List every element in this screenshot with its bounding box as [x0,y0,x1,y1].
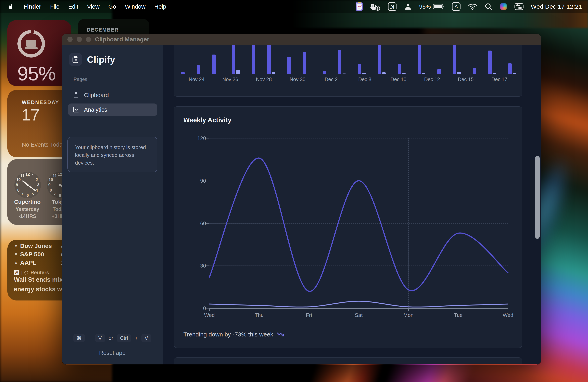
control-center-icon[interactable] [514,3,524,10]
reuters-logo-icon [24,271,28,275]
bar-primary [398,64,401,74]
menu-item-window[interactable]: Window [120,3,150,10]
window-titlebar[interactable]: Clipboard Manager [62,34,541,45]
user-menubar-icon[interactable] [404,2,412,11]
shortcut-text: + [134,335,139,341]
clock-number: 6 [58,193,63,198]
arrow-down-icon: ▼ [14,252,18,257]
bar-primary [473,68,476,74]
menu-item-view[interactable]: View [83,3,104,10]
siri-icon[interactable] [500,3,507,10]
clock-number: 5 [31,192,35,196]
bar-group [287,45,291,74]
bar-group [358,45,366,74]
bar-secondary [272,72,275,74]
menu-bar-status-area: N 95% A [356,2,588,11]
trending-down-icon [277,331,284,338]
weekly-activity-line-chart [210,138,508,308]
window-title: Clipboard Manager [95,34,149,45]
bar-group [323,45,326,74]
desktop: DECEMBER 95% WEDNESDAY 17 No Events Toda… [0,0,588,382]
next-card-partial [174,357,522,364]
close-button[interactable] [67,37,73,42]
laptop-icon [25,40,38,49]
bar-x-axis-label: Dec 12 [424,76,440,82]
bar-primary [181,72,185,74]
bar-primary [453,45,456,74]
keycap-v: V [95,334,105,342]
menu-bar-clock[interactable]: Wed Dec 17 12:21 [531,3,582,10]
bar-secondary [362,73,366,74]
x-axis-tick [508,309,508,311]
clock-number: 11 [20,173,25,178]
bar-secondary [382,72,386,74]
calendar-widget[interactable]: WEDNESDAY 17 No Events Today [7,90,71,157]
bar-group [267,45,275,74]
keycap-v: V [141,334,151,342]
menu-item-file[interactable]: File [46,3,64,10]
y-axis-tick [206,266,209,266]
stock-row-aapl[interactable]: ▲AAPL [14,259,36,266]
bar-primary [212,55,216,74]
clipify-menubar-icon[interactable] [356,2,363,11]
battery-widget[interactable]: 95% [7,20,71,86]
headline-line1: Wall St ends mixed [14,276,70,283]
bar-primary [508,63,512,74]
shortcut-text: or [108,335,114,341]
notion-menubar-icon[interactable]: N [388,2,397,11]
clock-number: 12 [58,172,63,177]
bar-primary [287,57,291,74]
apple-menu-icon[interactable] [8,3,14,10]
shortcut-hint: ⌘+VorCtrl+V [62,334,163,342]
bar-x-axis-label: Dec 15 [458,76,474,82]
separator: | [21,270,22,275]
bar-group [453,45,461,74]
minimize-button[interactable] [77,37,82,42]
calendar-events-text: No Events Today [22,141,66,148]
stocks-news-widget[interactable]: N | Reuters Wall St ends mixed energy st… [7,240,71,301]
world-clock-widget[interactable]: 123456789101112CupertinoYesterday-14HRS1… [7,159,71,225]
svg-text:N: N [390,4,394,10]
input-source-icon[interactable]: A [452,2,461,11]
bar-x-axis-label: Nov 26 [222,76,238,82]
bar-secondary [217,74,220,74]
bar-primary [418,45,421,74]
bar-primary [437,69,441,74]
sidebar-section-label: Pages [74,76,87,82]
calendar-day-number: 17 [21,105,40,124]
bar-primary [488,51,492,74]
menu-item-edit[interactable]: Edit [64,3,83,10]
bar-primary [338,50,341,74]
menu-bar: FinderFileEditViewGoWindowHelp N 95% [0,0,588,13]
scrollbar-thumb[interactable] [535,156,540,239]
menu-item-finder[interactable]: Finder [19,3,46,10]
sidebar-item-analytics[interactable]: Analytics [68,103,157,116]
x-axis-tick [408,309,409,311]
zoom-button[interactable] [86,37,91,42]
shortcut-text: + [88,335,92,341]
clock-city-label: Cupertino [11,199,43,205]
spotlight-search-icon[interactable] [484,3,492,11]
clock-number: 3 [36,183,41,187]
wifi-icon[interactable] [468,3,477,10]
reset-app-button[interactable]: Reset app [62,350,163,356]
stock-row-dow-jones[interactable]: ▼Dow Jones [14,243,52,249]
menu-item-help[interactable]: Help [150,3,171,10]
bar-secondary [402,73,406,74]
bar-x-axis-label: Dec 8 [358,76,371,82]
clock-number: 2 [34,177,39,182]
bar-group [303,45,311,74]
y-axis-label: 60 [186,220,206,227]
stock-row-s-p-500[interactable]: ▼S&P 500 [14,251,44,258]
y-axis-tick [206,181,209,181]
stock-symbol: S&P 500 [20,251,44,258]
clipboard-manager-window: Clipboard Manager Clipify Pages Clipboar… [62,34,541,365]
bar-primary [358,64,361,74]
battery-status[interactable]: 95% [419,3,444,10]
sidebar-item-clipboard[interactable]: Clipboard [68,89,157,101]
menu-item-go[interactable]: Go [104,3,121,10]
weekly-activity-title: Weekly Activity [183,116,231,124]
line-series-baseline [210,301,508,307]
y-axis-tick [206,138,209,138]
docker-menubar-icon[interactable] [370,2,380,11]
